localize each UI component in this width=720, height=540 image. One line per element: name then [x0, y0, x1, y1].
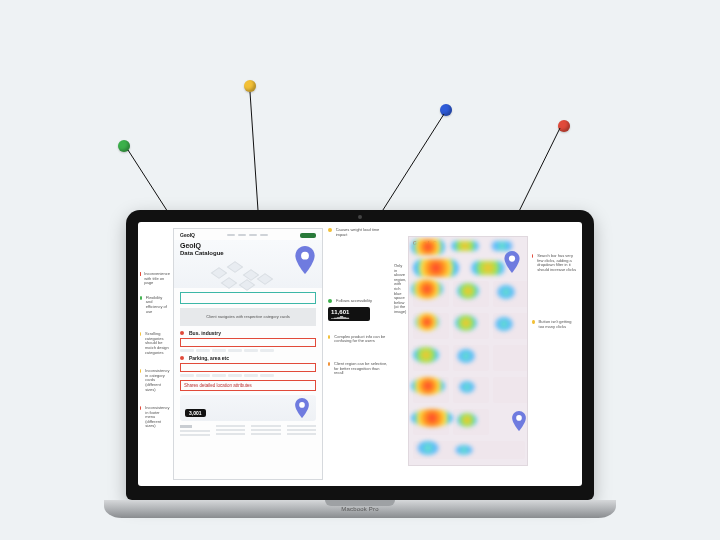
callout-lr-1: Follows accessibility	[336, 299, 372, 304]
svg-point-4	[301, 252, 309, 260]
callout-ll-2: Flexibility and efficiency of use	[146, 296, 170, 314]
search-region-outline[interactable]	[180, 292, 316, 304]
location-attributes-text: Shares detailed location attributes	[184, 383, 252, 388]
section-2-chips[interactable]	[180, 374, 316, 377]
map-pin-icon	[294, 398, 310, 422]
location-attributes-issue: Shares detailed location attributes	[180, 380, 316, 391]
pin-red	[558, 120, 570, 132]
wireframe-hero: GeoIQ Data Catalogue	[174, 240, 322, 288]
callout-ll-5: Inconsistency in footer menu (different …	[145, 406, 170, 429]
pin-green	[118, 140, 130, 152]
category-cards-banner: Client navigates with respective categor…	[180, 308, 316, 326]
viewport: Inconvenience with title on page Flexibi…	[0, 0, 720, 540]
metric-card-1: 11,601 ▁▂▃▅▃▂	[328, 307, 370, 321]
heat-blob	[413, 259, 459, 277]
heat-blob	[457, 413, 477, 427]
heatmap-card	[493, 377, 528, 403]
wireframe-brand: GeoIQ	[180, 232, 195, 238]
pin-yellow	[244, 80, 256, 92]
heatmap-grid	[413, 281, 523, 461]
section-1-issue-outline	[180, 338, 316, 347]
wireframe-nav[interactable]	[227, 234, 268, 236]
laptop-bezel: Inconvenience with title on page Flexibi…	[126, 210, 594, 500]
wireframe-footer	[180, 425, 316, 438]
callout-ll-1: Inconvenience with title on page	[144, 272, 170, 286]
svg-point-6	[509, 255, 515, 261]
section-1-title: Bus. industry	[189, 330, 221, 336]
callout-rr-1: Search bar has very few clicks, adding a…	[537, 254, 578, 272]
hero-cubes-illustration	[214, 262, 304, 286]
heat-blob	[455, 315, 477, 331]
laptop-base: Macbook Pro	[104, 500, 616, 518]
callouts-leftpanel-left: Inconvenience with title on page Flexibi…	[140, 228, 170, 439]
laptop-camera	[358, 215, 362, 219]
heat-blob	[495, 317, 513, 331]
callout-rr-2: Button isn't getting too many clicks	[539, 320, 578, 329]
cta-metric-badge: 3,001	[185, 409, 206, 417]
heatmap-panel: GeoIQ	[408, 236, 528, 466]
banner-text: Client navigates with respective categor…	[206, 315, 289, 320]
heat-blob	[411, 377, 445, 395]
laptop-label: Macbook Pro	[341, 506, 379, 512]
callout-lr-top: Causes weight load time impact	[336, 228, 388, 237]
callout-lr-2: Complex product info can be confusing fo…	[334, 335, 388, 344]
heat-blob	[457, 349, 475, 363]
pin-blue	[440, 104, 452, 116]
heat-blob	[411, 239, 445, 255]
wireframe-header: GeoIQ	[174, 229, 322, 240]
heat-blob	[451, 241, 479, 251]
callout-lr-3: Client region can be selective, for bett…	[334, 362, 388, 376]
callouts-heatmap-left: Only in above region, with rich blue spa…	[390, 264, 406, 325]
heat-blob	[457, 283, 479, 299]
callout-ll-3: Scrolling categories should be match des…	[145, 332, 170, 355]
section-1-chips[interactable]	[180, 349, 316, 352]
callouts-leftpanel-right: Causes weight load time impact Follows a…	[328, 228, 388, 386]
heat-blob	[415, 313, 439, 331]
heat-blob	[417, 441, 439, 455]
svg-point-7	[516, 415, 522, 421]
callout-rl-1: Only in above region, with rich blue spa…	[394, 264, 406, 315]
callout-ll-4: Inconsistency in category cards (differe…	[145, 369, 170, 392]
heat-blob	[411, 409, 453, 427]
wireframe-cta: 3,001	[180, 395, 316, 421]
wireframe-header-cta-button[interactable]	[300, 233, 316, 238]
heatmap-card	[493, 409, 528, 435]
heat-blob	[491, 241, 513, 251]
map-pin-icon	[503, 251, 521, 277]
section-2: Parking, area etc	[180, 355, 316, 377]
svg-point-5	[299, 402, 305, 408]
laptop-mockup: Inconvenience with title on page Flexibi…	[126, 210, 594, 518]
heat-blob	[455, 445, 473, 455]
heatmap-card	[493, 345, 528, 371]
heat-blob	[411, 279, 443, 299]
heat-blob	[471, 261, 505, 275]
laptop-screen: Inconvenience with title on page Flexibi…	[138, 222, 582, 486]
section-2-title: Parking, area etc	[189, 355, 229, 361]
heat-blob	[497, 285, 515, 299]
section-2-issue-outline	[180, 363, 316, 372]
heat-blob	[413, 347, 439, 363]
section-1: Bus. industry	[180, 330, 316, 352]
heat-blob	[459, 381, 475, 393]
callouts-heatmap-right: Search bar has very few clicks, adding a…	[532, 254, 578, 340]
wireframe-panel: GeoIQ GeoIQ Data Catalogue	[173, 228, 323, 480]
